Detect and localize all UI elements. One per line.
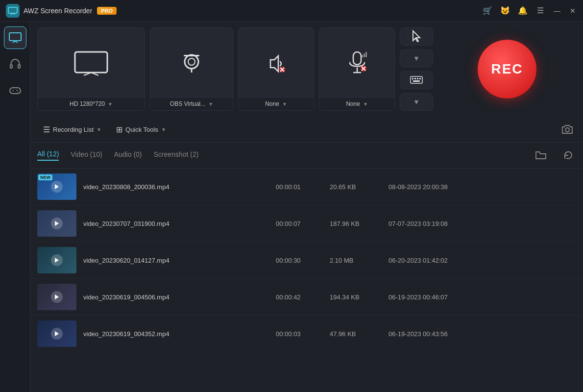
minimize-button[interactable]: — bbox=[553, 6, 561, 15]
svg-point-7 bbox=[17, 91, 18, 92]
tab-video[interactable]: Video (10) bbox=[71, 150, 102, 160]
rec-area: REC bbox=[438, 27, 576, 111]
recording-filename: video_20230619_004352.mp4 bbox=[83, 330, 271, 338]
svg-rect-11 bbox=[184, 55, 199, 56]
svg-marker-26 bbox=[55, 221, 59, 226]
svg-marker-25 bbox=[55, 184, 59, 189]
svg-rect-13 bbox=[353, 52, 361, 65]
extra-dropdown2-arrow: ▼ bbox=[413, 98, 420, 106]
svg-rect-14 bbox=[362, 55, 363, 57]
svg-rect-8 bbox=[75, 52, 107, 73]
recording-filename: video_20230619_004506.mp4 bbox=[83, 294, 271, 301]
recording-info: video_20230620_014127.mp4 00:00:30 2.10 … bbox=[83, 257, 576, 264]
extra-dropdown-arrow: ▼ bbox=[413, 54, 420, 62]
webcam-icon-area bbox=[169, 28, 214, 97]
tab-audio[interactable]: Audio (0) bbox=[114, 150, 142, 160]
svg-rect-21 bbox=[417, 78, 418, 79]
keyboard-button[interactable] bbox=[400, 71, 433, 89]
recording-duration: 00:00:42 bbox=[276, 294, 325, 301]
recording-item[interactable]: video_20230619_004352.mp4 00:00:03 47.96… bbox=[30, 316, 583, 352]
recording-thumbnail bbox=[37, 284, 76, 310]
svg-point-6 bbox=[16, 90, 17, 91]
recording-item[interactable]: video_20230619_004506.mp4 00:00:42 194.3… bbox=[30, 279, 583, 316]
svg-rect-2 bbox=[9, 33, 21, 41]
cart-icon[interactable]: 🛒 bbox=[482, 5, 493, 16]
quick-tools-icon: ⊞ bbox=[116, 125, 122, 134]
recording-thumbnail: NEW bbox=[37, 173, 76, 200]
recording-date: 06-20-2023 01:42:02 bbox=[389, 257, 576, 264]
headphone-icon bbox=[10, 58, 21, 70]
recording-list-button[interactable]: ☰ Recording List ▼ bbox=[37, 122, 107, 137]
svg-rect-3 bbox=[10, 65, 12, 68]
screen-dropdown-arrow: ▼ bbox=[108, 101, 113, 107]
recording-duration: 00:00:30 bbox=[276, 257, 325, 264]
recording-duration: 00:00:07 bbox=[276, 220, 325, 227]
user-icon[interactable]: 😺 bbox=[500, 5, 510, 16]
recording-date: 07-07-2023 03:19:08 bbox=[389, 220, 576, 227]
screen-resolution-label: HD 1280*720 bbox=[70, 100, 105, 107]
screen-label-area: HD 1280*720 ▼ bbox=[38, 97, 145, 110]
mic-icon-area bbox=[337, 28, 377, 97]
refresh-button[interactable] bbox=[560, 147, 576, 163]
quick-tools-label: Quick Tools bbox=[125, 126, 158, 133]
sidebar bbox=[0, 22, 30, 392]
svg-rect-15 bbox=[364, 53, 365, 57]
audio-label-area: None ▼ bbox=[239, 97, 314, 110]
folder-icon bbox=[535, 151, 546, 160]
quick-tools-arrow: ▼ bbox=[161, 127, 166, 132]
sidebar-item-game[interactable] bbox=[4, 79, 26, 102]
svg-rect-23 bbox=[413, 80, 420, 82]
play-icon bbox=[51, 218, 63, 229]
screenshot-button[interactable] bbox=[559, 121, 576, 138]
svg-rect-19 bbox=[412, 78, 413, 79]
menu-icon[interactable]: ☰ bbox=[535, 5, 546, 16]
webcam-dropdown-arrow: ▼ bbox=[208, 101, 213, 107]
filter-tabs: All (12) Video (10) Audio (0) Screenshot… bbox=[30, 143, 583, 169]
screen-icon bbox=[74, 51, 108, 76]
app-logo bbox=[6, 4, 20, 18]
extra-dropdown2-button[interactable]: ▼ bbox=[400, 93, 433, 111]
pro-badge: PRO bbox=[97, 7, 117, 15]
cursor-icon bbox=[411, 30, 422, 43]
recording-item[interactable]: NEW video_20230808_200036.mp4 00:00:01 2… bbox=[30, 169, 583, 205]
svg-point-10 bbox=[188, 58, 195, 65]
audio-control-card[interactable]: None ▼ bbox=[238, 27, 314, 111]
recording-info: video_20230707_031900.mp4 00:00:07 187.9… bbox=[83, 220, 576, 227]
webcam-control-card[interactable]: OBS Virtual... ▼ bbox=[150, 27, 233, 111]
quick-tools-button[interactable]: ⊞ Quick Tools ▼ bbox=[110, 122, 172, 137]
cursor-button[interactable] bbox=[400, 27, 433, 46]
webcam-icon bbox=[179, 51, 204, 76]
tab-all[interactable]: All (12) bbox=[37, 150, 59, 161]
open-folder-button[interactable] bbox=[533, 147, 549, 163]
recording-item[interactable]: video_20230707_031900.mp4 00:00:07 187.9… bbox=[30, 205, 583, 242]
recording-date: 08-08-2023 20:00:38 bbox=[389, 183, 576, 191]
mic-icon bbox=[347, 51, 367, 76]
recording-thumbnail bbox=[37, 210, 76, 237]
rec-button[interactable]: REC bbox=[478, 40, 536, 98]
recording-thumbnail bbox=[37, 320, 76, 347]
recording-thumbnail bbox=[37, 247, 76, 273]
sidebar-item-screen[interactable] bbox=[4, 26, 26, 49]
extra-controls: ▼ ▼ bbox=[400, 27, 433, 111]
recording-info: video_20230619_004352.mp4 00:00:03 47.96… bbox=[83, 330, 576, 338]
gamepad-icon bbox=[9, 86, 21, 95]
screen-icon-area bbox=[64, 28, 118, 97]
svg-rect-20 bbox=[414, 78, 416, 79]
recording-item[interactable]: video_20230620_014127.mp4 00:00:30 2.10 … bbox=[30, 242, 583, 279]
recording-size: 2.10 MB bbox=[330, 257, 384, 264]
recording-size: 47.96 KB bbox=[330, 330, 384, 338]
sidebar-item-audio[interactable] bbox=[4, 53, 26, 75]
audio-dropdown-arrow: ▼ bbox=[282, 101, 287, 107]
recording-date: 06-19-2023 00:46:07 bbox=[389, 294, 576, 301]
svg-marker-27 bbox=[55, 258, 59, 263]
bell-icon[interactable]: 🔔 bbox=[517, 5, 528, 16]
recording-list-label: Recording List bbox=[53, 126, 94, 133]
mic-control-card[interactable]: None ▼ bbox=[319, 27, 395, 111]
screen-control-card[interactable]: HD 1280*720 ▼ bbox=[37, 27, 145, 111]
close-button[interactable]: ✕ bbox=[568, 6, 577, 15]
tab-screenshot[interactable]: Screenshot (2) bbox=[154, 150, 199, 160]
titlebar-icons: 🛒 😺 🔔 ☰ — ✕ bbox=[482, 5, 577, 16]
recording-date: 06-19-2023 00:43:56 bbox=[389, 330, 576, 338]
extra-dropdown-button[interactable]: ▼ bbox=[400, 49, 433, 68]
recording-duration: 00:00:01 bbox=[276, 183, 325, 191]
